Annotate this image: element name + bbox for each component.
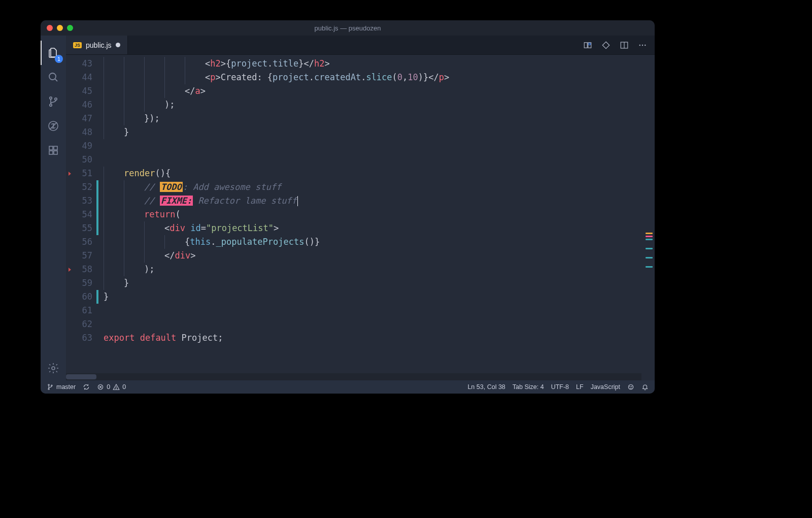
editor-actions xyxy=(576,36,655,54)
code-line[interactable]: } xyxy=(101,125,655,139)
code-line[interactable]: </a> xyxy=(101,84,655,98)
settings-activity[interactable] xyxy=(41,356,66,380)
svg-rect-8 xyxy=(49,151,53,154)
editor-body[interactable]: 4344454647484950515253545556575859606162… xyxy=(66,55,655,380)
minimap-marker xyxy=(646,236,653,237)
code-line[interactable]: render(){ xyxy=(101,167,655,180)
branch-label: master xyxy=(56,383,76,391)
search-activity[interactable] xyxy=(41,65,66,89)
code-line[interactable]: ); xyxy=(101,263,655,276)
code-line[interactable]: } xyxy=(101,276,655,290)
branch-icon xyxy=(47,383,54,391)
code-line[interactable]: </div> xyxy=(101,249,655,263)
code-line[interactable]: }); xyxy=(101,112,655,125)
code-line[interactable]: return( xyxy=(101,208,655,221)
status-sync[interactable] xyxy=(83,383,90,391)
status-cursor[interactable]: Ln 53, Col 38 xyxy=(467,383,505,391)
line-number: 46 xyxy=(66,98,101,112)
minimap-marker xyxy=(646,239,653,240)
compare-changes-button[interactable] xyxy=(583,40,593,50)
minimap[interactable] xyxy=(641,55,655,371)
status-tabsize[interactable]: Tab Size: 4 xyxy=(513,383,544,391)
more-actions-button[interactable] xyxy=(637,40,648,50)
diagnostic-marker xyxy=(66,167,73,180)
code-line[interactable]: <div id="projectList"> xyxy=(101,221,655,235)
code-line[interactable]: <p>Created: {project.createdAt.slice(0,1… xyxy=(101,71,655,84)
status-branch[interactable]: master xyxy=(47,383,76,391)
extensions-activity[interactable] xyxy=(41,138,66,163)
svg-point-14 xyxy=(589,43,591,45)
line-number: 57 xyxy=(66,249,101,263)
js-file-icon: JS xyxy=(73,42,82,48)
vscode-window: public.js — pseudozen 1 xyxy=(41,20,655,394)
code-line[interactable]: <h2>{project.title}</h2> xyxy=(101,57,655,71)
minimap-marker xyxy=(646,257,653,258)
status-notifications[interactable] xyxy=(641,383,649,391)
editor-tabs: JS public.js xyxy=(66,36,655,55)
svg-rect-12 xyxy=(584,42,587,48)
svg-point-18 xyxy=(642,44,643,45)
code-line[interactable] xyxy=(101,139,655,153)
code-line[interactable] xyxy=(101,304,655,317)
activity-bar: 1 xyxy=(41,36,66,380)
line-number: 44 xyxy=(66,71,101,84)
code-line[interactable]: } xyxy=(101,290,655,304)
status-feedback[interactable] xyxy=(627,383,634,391)
minimap-marker xyxy=(646,266,653,268)
error-icon xyxy=(97,383,104,391)
line-number: 62 xyxy=(66,317,101,331)
close-window-button[interactable] xyxy=(47,25,53,31)
scrollbar-thumb[interactable] xyxy=(66,374,96,379)
status-bar: master 0 0 Ln 53, Col 38 Tab Size: 4 UTF… xyxy=(41,380,655,394)
text-cursor xyxy=(297,196,298,206)
svg-point-30 xyxy=(631,386,632,386)
svg-point-28 xyxy=(628,384,633,389)
explorer-badge: 1 xyxy=(55,55,63,63)
explorer-activity[interactable]: 1 xyxy=(41,41,66,65)
svg-point-4 xyxy=(55,98,57,100)
error-count: 0 xyxy=(107,383,110,391)
git-branch-icon xyxy=(47,95,59,108)
code-line[interactable]: {this._populateProjects()} xyxy=(101,235,655,249)
minimap-marker xyxy=(646,233,653,234)
code-area[interactable]: <h2>{project.title}</h2><p>Created: {pro… xyxy=(101,55,655,380)
gutter-change-bar xyxy=(96,180,98,194)
smiley-icon xyxy=(627,383,634,391)
split-editor-button[interactable] xyxy=(619,40,629,50)
maximize-window-button[interactable] xyxy=(67,25,73,31)
code-line[interactable]: // TODO: Add awesome stuff xyxy=(101,180,655,194)
tab-label: public.js xyxy=(86,41,112,49)
bug-slash-icon xyxy=(47,120,59,132)
svg-point-29 xyxy=(630,386,630,386)
line-number: 49 xyxy=(66,139,101,153)
svg-point-27 xyxy=(116,388,117,389)
status-problems[interactable]: 0 0 xyxy=(97,383,126,391)
code-line[interactable]: // FIXME: Refactor lame stuff xyxy=(101,194,655,208)
diff-diamond-icon xyxy=(601,41,611,50)
source-control-activity[interactable] xyxy=(41,89,66,114)
ellipsis-icon xyxy=(638,41,647,50)
search-icon xyxy=(47,71,59,83)
status-eol[interactable]: LF xyxy=(576,383,584,391)
code-line[interactable] xyxy=(101,153,655,167)
traffic-lights xyxy=(47,25,73,31)
tab-public-js[interactable]: JS public.js xyxy=(66,36,128,54)
editor-column: JS public.js xyxy=(66,36,655,380)
horizontal-scrollbar[interactable] xyxy=(66,373,641,380)
open-changes-button[interactable] xyxy=(601,40,611,50)
gutter-change-bar xyxy=(96,290,98,304)
status-language[interactable]: JavaScript xyxy=(591,383,620,391)
minimize-window-button[interactable] xyxy=(57,25,63,31)
debug-activity[interactable] xyxy=(41,114,66,138)
code-line[interactable]: ); xyxy=(101,98,655,112)
line-number: 47 xyxy=(66,112,101,125)
svg-point-21 xyxy=(48,388,49,390)
svg-point-11 xyxy=(52,367,55,370)
svg-rect-10 xyxy=(54,146,57,150)
line-number: 45 xyxy=(66,84,101,98)
status-encoding[interactable]: UTF-8 xyxy=(551,383,569,391)
gutter-change-bar xyxy=(96,194,98,208)
code-line[interactable] xyxy=(101,317,655,331)
main-area: 1 xyxy=(41,36,655,380)
code-line[interactable]: export default Project; xyxy=(101,331,655,345)
